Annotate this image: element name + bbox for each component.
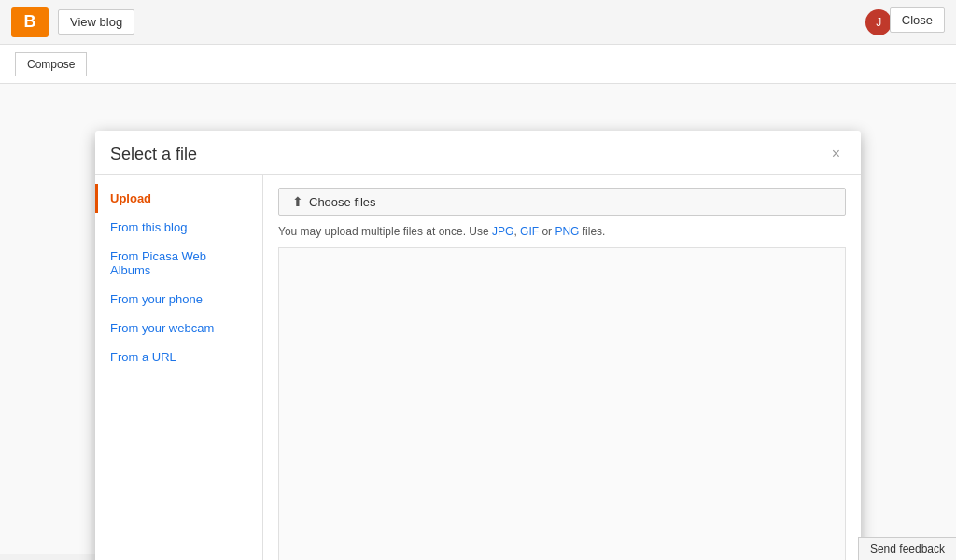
sidebar-item-from-blog[interactable]: From this blog	[95, 213, 262, 242]
gif-link[interactable]: GIF	[520, 225, 539, 238]
blogger-logo: B	[11, 7, 49, 37]
sidebar-item-from-url[interactable]: From a URL	[95, 343, 262, 371]
sidebar-item-from-webcam[interactable]: From your webcam	[95, 314, 262, 343]
compose-tab[interactable]: Compose	[15, 52, 87, 76]
file-drop-area[interactable]	[278, 247, 846, 560]
dialog-upload-content: ⬆ Choose files You may upload multiple f…	[263, 175, 861, 560]
dialog-body: Upload From this blog From Picasa Web Al…	[95, 175, 861, 560]
sidebar-item-from-phone[interactable]: From your phone	[95, 285, 262, 314]
select-file-dialog: Select a file × Upload From this blog Fr…	[95, 131, 861, 560]
jpg-link[interactable]: JPG	[492, 225, 513, 238]
png-link[interactable]: PNG	[555, 225, 579, 238]
choose-files-button[interactable]: ⬆ Choose files	[278, 188, 846, 216]
view-blog-button[interactable]: View blog	[58, 9, 134, 35]
avatar: J	[865, 9, 892, 35]
close-editor-button[interactable]: Close	[890, 7, 945, 33]
page-header: Compose	[0, 45, 956, 84]
upload-icon: ⬆	[292, 194, 303, 209]
dialog-header: Select a file ×	[95, 131, 861, 175]
topbar: B View blog J Jordan ▾ Close	[0, 0, 956, 45]
upload-hint: You may upload multiple files at once. U…	[278, 225, 846, 238]
dialog-title: Select a file	[110, 145, 197, 164]
sidebar-item-from-picasa[interactable]: From Picasa Web Albums	[95, 242, 262, 285]
dialog-sidebar: Upload From this blog From Picasa Web Al…	[95, 175, 263, 560]
dialog-close-button[interactable]: ×	[826, 144, 846, 164]
sidebar-item-upload[interactable]: Upload	[95, 184, 262, 213]
send-feedback-button[interactable]: Send feedback	[858, 537, 956, 560]
